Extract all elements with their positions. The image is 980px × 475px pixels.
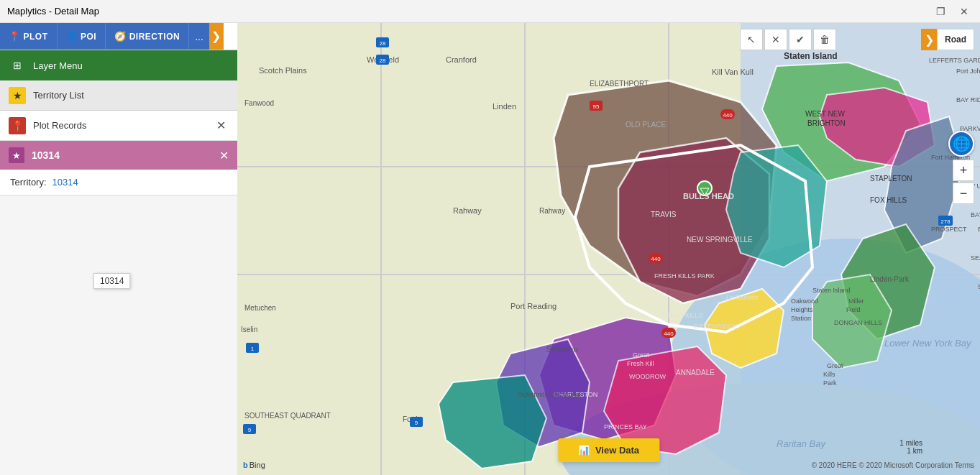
toolbar: 📍 PLOT 👤 POI 🧭 DIRECTION ... ❯ xyxy=(0,23,237,50)
view-data-icon: 📊 xyxy=(578,445,590,456)
layer-menu-label: Layer Menu xyxy=(33,60,229,71)
plot-records-close-button[interactable]: ✕ xyxy=(214,117,229,134)
svg-text:Fresh Kill: Fresh Kill xyxy=(627,360,654,367)
layer-menu-icon: ⊞ xyxy=(9,57,26,74)
zoom-in-button[interactable]: + xyxy=(953,160,974,181)
sidebar-item-layer-menu[interactable]: ⊞ Layer Menu xyxy=(0,50,237,80)
map-top-toolbar: ↖ ✕ ✔ 🗑 xyxy=(740,29,836,50)
sidebar-item-territory-list[interactable]: ★ Territory List xyxy=(0,80,237,111)
svg-text:Oakwood: Oakwood xyxy=(791,298,818,305)
svg-text:Kill Van Kull: Kill Van Kull xyxy=(712,68,754,76)
svg-text:440: 440 xyxy=(651,256,661,262)
territory-item-icon: ★ xyxy=(9,147,24,163)
confirm-tool-button[interactable]: ✔ xyxy=(789,29,812,50)
svg-text:La Tourette: La Tourette xyxy=(726,294,759,301)
restore-button[interactable]: ❐ xyxy=(932,4,950,19)
territory-detail-link[interactable]: 10314 xyxy=(52,177,78,188)
select-tool-button[interactable]: ↖ xyxy=(740,29,763,50)
scale-bar: 1 miles 1 km xyxy=(899,439,922,455)
main-layout: 📍 PLOT 👤 POI 🧭 DIRECTION ... ❯ ⊞ Layer M… xyxy=(0,23,980,475)
svg-text:ANNADALE: ANNADALE xyxy=(676,369,715,377)
scale-km: 1 km xyxy=(899,447,922,455)
plot-records-icon: 📍 xyxy=(9,117,26,134)
svg-text:Port Johnson: Port Johnson xyxy=(956,68,980,75)
cancel-tool-button[interactable]: ✕ xyxy=(764,29,787,50)
svg-text:BAY RIDGE: BAY RIDGE xyxy=(956,96,980,103)
svg-text:9: 9 xyxy=(415,420,418,426)
svg-text:Field: Field xyxy=(846,306,861,313)
svg-text:Linden: Linden xyxy=(493,102,516,111)
svg-text:9: 9 xyxy=(248,427,252,433)
plot-icon: 📍 xyxy=(9,31,21,42)
delete-tool-button[interactable]: 🗑 xyxy=(813,29,836,50)
direction-label: DIRECTION xyxy=(129,32,180,42)
svg-text:Station: Station xyxy=(791,315,811,322)
territory-item-label: 10314 xyxy=(32,149,212,161)
territory-star-icon: ★ xyxy=(12,150,21,161)
plot-button[interactable]: 📍 PLOT xyxy=(0,23,58,50)
sidebar-item-plot-records[interactable]: 📍 Plot Records ✕ xyxy=(0,111,237,141)
svg-text:PRINCES BAY: PRINCES BAY xyxy=(604,423,647,430)
svg-text:Cranford: Cranford xyxy=(446,55,477,64)
svg-text:BRIGHTON: BRIGHTON xyxy=(807,119,846,127)
svg-text:GREENRIDGE: GREENRIDGE xyxy=(694,323,738,330)
svg-text:Great: Great xyxy=(633,351,649,359)
titlebar-controls: ❐ ✕ xyxy=(932,4,973,19)
more-button[interactable]: ... xyxy=(189,23,209,50)
close-button[interactable]: ✕ xyxy=(956,4,973,19)
svg-text:Raritan Bay: Raritan Bay xyxy=(777,438,826,449)
svg-text:PROSPECT: PROSPECT xyxy=(931,226,967,233)
svg-text:Port Reading: Port Reading xyxy=(510,302,557,310)
svg-text:Miller: Miller xyxy=(848,298,864,305)
pin-icon: 📍 xyxy=(12,120,24,132)
svg-text:95: 95 xyxy=(593,103,600,110)
collapse-button[interactable]: ❯ xyxy=(209,23,224,50)
svg-text:278: 278 xyxy=(940,218,951,225)
svg-text:Linden-Park: Linden-Park xyxy=(870,275,910,283)
direction-button[interactable]: 🧭 DIRECTION xyxy=(106,23,189,50)
road-toggle-arrow[interactable]: ❯ xyxy=(921,29,937,50)
territory-list-label: Territory List xyxy=(33,90,229,101)
svg-text:Sewaren: Sewaren xyxy=(546,345,577,354)
svg-text:BULLS HEAD: BULLS HEAD xyxy=(683,192,734,200)
road-toggle: ❯ Road xyxy=(921,29,974,50)
territory-item[interactable]: ★ 10314 ✕ xyxy=(0,141,237,170)
svg-text:Fanwood: Fanwood xyxy=(244,99,274,107)
svg-text:Kills: Kills xyxy=(823,371,835,378)
map-area[interactable]: Staten Island WEST NEW BRIGHTON STAPLETO… xyxy=(237,23,980,475)
cancel-icon: ✕ xyxy=(771,34,780,45)
cursor-icon: ↖ xyxy=(747,34,756,45)
svg-text:28: 28 xyxy=(380,40,386,47)
svg-text:Park: Park xyxy=(823,379,837,387)
bing-text: Bing xyxy=(249,461,265,469)
globe-icon[interactable]: 🌐 xyxy=(948,131,974,157)
svg-text:STAPLETON: STAPLETON xyxy=(870,175,912,183)
svg-text:Staten Island: Staten Island xyxy=(812,287,851,294)
poi-button[interactable]: 👤 POI xyxy=(58,23,106,50)
svg-text:WOODROW: WOODROW xyxy=(629,373,666,380)
svg-text:DONGAN HILLS: DONGAN HILLS xyxy=(834,319,882,326)
view-data-button[interactable]: 📊 View Data xyxy=(558,438,659,462)
titlebar-title: Maplytics - Detail Map xyxy=(7,6,99,17)
territory-detail: Territory: 10314 xyxy=(0,170,237,195)
check-icon: ✔ xyxy=(796,34,805,45)
poi-label: POI xyxy=(81,32,96,42)
svg-text:ELIZABETHPORT: ELIZABETHPORT xyxy=(590,80,649,88)
svg-text:Metuchen: Metuchen xyxy=(244,304,276,312)
svg-text:440: 440 xyxy=(664,331,674,337)
svg-text:Rahway: Rahway xyxy=(453,206,482,215)
svg-text:1: 1 xyxy=(251,346,255,352)
map-tooltip: 10314 xyxy=(93,273,130,289)
svg-text:28: 28 xyxy=(380,57,386,64)
svg-text:Scotch Plains: Scotch Plains xyxy=(259,66,307,75)
svg-text:Rahway: Rahway xyxy=(539,207,565,215)
svg-text:440: 440 xyxy=(723,112,733,119)
direction-icon: 🧭 xyxy=(114,31,127,42)
territory-item-close-button[interactable]: ✕ xyxy=(219,149,229,162)
road-label: Road xyxy=(937,29,974,50)
copyright-text: © 2020 HERE © 2020 Microsoft Corporation… xyxy=(812,461,974,469)
plot-label: PLOT xyxy=(24,32,48,42)
tooltip-text: 10314 xyxy=(100,276,124,286)
svg-text:SEAGATE: SEAGATE xyxy=(971,254,980,262)
zoom-out-button[interactable]: − xyxy=(953,183,974,204)
